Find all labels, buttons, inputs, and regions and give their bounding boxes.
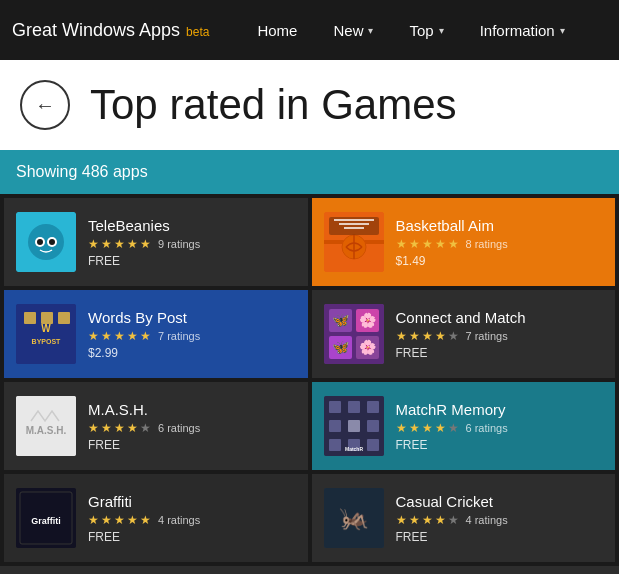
app-name: M.A.S.H. (88, 401, 296, 418)
stars-row: ★★★★★ 9 ratings (88, 237, 296, 251)
app-price: FREE (88, 254, 296, 268)
app-info: Graffiti ★★★★★ 4 ratings FREE (88, 493, 296, 544)
app-card[interactable]: 🦋 🌸 🦋 🌸 Connect and Match ★★★★★ 7 rating… (312, 290, 616, 378)
svg-rect-33 (367, 401, 379, 413)
app-card[interactable]: Graffiti Graffiti ★★★★★ 4 ratings FREE (4, 474, 308, 562)
svg-point-0 (28, 224, 64, 260)
app-icon (16, 212, 76, 272)
svg-rect-35 (348, 420, 360, 432)
nav-top[interactable]: Top ▾ (391, 0, 461, 60)
app-icon-mash: M.A.S.H. (16, 396, 76, 456)
ratings-count: 4 ratings (158, 514, 200, 526)
svg-rect-31 (329, 401, 341, 413)
svg-text:🦋: 🦋 (331, 312, 349, 329)
svg-point-3 (37, 239, 43, 245)
app-price: FREE (88, 530, 296, 544)
nav-items: Home New ▾ Top ▾ Information ▾ (239, 0, 582, 60)
back-button[interactable]: ← (20, 80, 70, 130)
svg-text:Graffiti: Graffiti (31, 516, 61, 526)
svg-text:🦋: 🦋 (331, 339, 349, 356)
app-name: Casual Cricket (396, 493, 604, 510)
stars-row: ★★★★★ 7 ratings (88, 329, 296, 343)
app-card[interactable]: 🦗 Casual Cricket ★★★★★ 4 ratings FREE (312, 474, 616, 562)
page-title: Top rated in Games (90, 81, 457, 129)
app-price: FREE (396, 346, 604, 360)
svg-rect-32 (348, 401, 360, 413)
app-icon: 🦋 🌸 🦋 🌸 (324, 304, 384, 364)
app-name: Basketball Aim (396, 217, 604, 234)
stars-row: ★★★★★ 4 ratings (88, 513, 296, 527)
stars-row: ★★★★★ 8 ratings (396, 237, 604, 251)
svg-rect-37 (329, 439, 341, 451)
navbar: Great Windows Apps beta Home New ▾ Top ▾… (0, 0, 619, 60)
app-info: Basketball Aim ★★★★★ 8 ratings $1.49 (396, 217, 604, 268)
nav-new[interactable]: New ▾ (315, 0, 391, 60)
app-name: Connect and Match (396, 309, 604, 326)
app-icon-connect: 🦋 🌸 🦋 🌸 (324, 304, 384, 364)
app-price: $2.99 (88, 346, 296, 360)
app-card[interactable]: M.A.S.H. M.A.S.H. ★★★★★ 6 ratings FREE (4, 382, 308, 470)
app-grid: TeleBeanies ★★★★★ 9 ratings FREE (0, 194, 619, 566)
showing-bar: Showing 486 apps (0, 150, 619, 194)
app-icon-words: W BYPOST (16, 304, 76, 364)
svg-text:M.A.S.H.: M.A.S.H. (26, 425, 67, 436)
svg-rect-17 (41, 312, 53, 324)
svg-rect-36 (367, 420, 379, 432)
app-name: Words By Post (88, 309, 296, 326)
app-card[interactable]: TeleBeanies ★★★★★ 9 ratings FREE (4, 198, 308, 286)
svg-text:🦗: 🦗 (339, 503, 369, 532)
app-info: MatchR Memory ★★★★★ 6 ratings FREE (396, 401, 604, 452)
app-icon: 🦗 (324, 488, 384, 548)
app-info: M.A.S.H. ★★★★★ 6 ratings FREE (88, 401, 296, 452)
svg-rect-34 (329, 420, 341, 432)
showing-count: Showing 486 apps (16, 163, 148, 181)
page-header: ← Top rated in Games (0, 60, 619, 150)
app-icon-cricket: 🦗 (324, 488, 384, 548)
svg-rect-18 (58, 312, 70, 324)
svg-text:🌸: 🌸 (358, 339, 376, 356)
chevron-down-icon: ▾ (560, 25, 565, 36)
nav-information[interactable]: Information ▾ (462, 0, 583, 60)
svg-text:MatchR: MatchR (344, 446, 362, 452)
app-icon-telebeanies (16, 212, 76, 272)
app-card[interactable]: Basketball Aim ★★★★★ 8 ratings $1.49 (312, 198, 616, 286)
svg-rect-16 (24, 312, 36, 324)
app-info: Casual Cricket ★★★★★ 4 ratings FREE (396, 493, 604, 544)
app-icon-basketball (324, 212, 384, 272)
app-price: $1.49 (396, 254, 604, 268)
app-icon (324, 212, 384, 272)
app-info: TeleBeanies ★★★★★ 9 ratings FREE (88, 217, 296, 268)
stars-row: ★★★★★ 6 ratings (88, 421, 296, 435)
app-price: FREE (396, 438, 604, 452)
ratings-count: 9 ratings (158, 238, 200, 250)
brand-beta: beta (186, 25, 209, 39)
svg-text:BYPOST: BYPOST (32, 338, 62, 345)
stars-row: ★★★★★ 4 ratings (396, 513, 604, 527)
nav-home[interactable]: Home (239, 0, 315, 60)
app-price: FREE (88, 438, 296, 452)
svg-point-4 (49, 239, 55, 245)
ratings-count: 6 ratings (466, 422, 508, 434)
app-icon-matchr: MatchR (324, 396, 384, 456)
ratings-count: 4 ratings (466, 514, 508, 526)
brand: Great Windows Apps beta (12, 20, 209, 41)
app-icon: Graffiti (16, 488, 76, 548)
svg-text:🌸: 🌸 (358, 312, 376, 329)
ratings-count: 8 ratings (466, 238, 508, 250)
app-price: FREE (396, 530, 604, 544)
stars-row: ★★★★★ 6 ratings (396, 421, 604, 435)
ratings-count: 7 ratings (466, 330, 508, 342)
app-info: Connect and Match ★★★★★ 7 ratings FREE (396, 309, 604, 360)
app-name: Graffiti (88, 493, 296, 510)
app-name: TeleBeanies (88, 217, 296, 234)
ratings-count: 7 ratings (158, 330, 200, 342)
app-icon-graffiti: Graffiti (16, 488, 76, 548)
svg-text:W: W (41, 323, 51, 334)
app-icon: W BYPOST (16, 304, 76, 364)
chevron-down-icon: ▾ (368, 25, 373, 36)
app-card[interactable]: W BYPOST Words By Post ★★★★★ 7 ratings $… (4, 290, 308, 378)
app-card[interactable]: MatchR MatchR Memory ★★★★★ 6 ratings FRE… (312, 382, 616, 470)
app-icon: MatchR (324, 396, 384, 456)
chevron-down-icon: ▾ (439, 25, 444, 36)
brand-title: Great Windows Apps (12, 20, 180, 41)
